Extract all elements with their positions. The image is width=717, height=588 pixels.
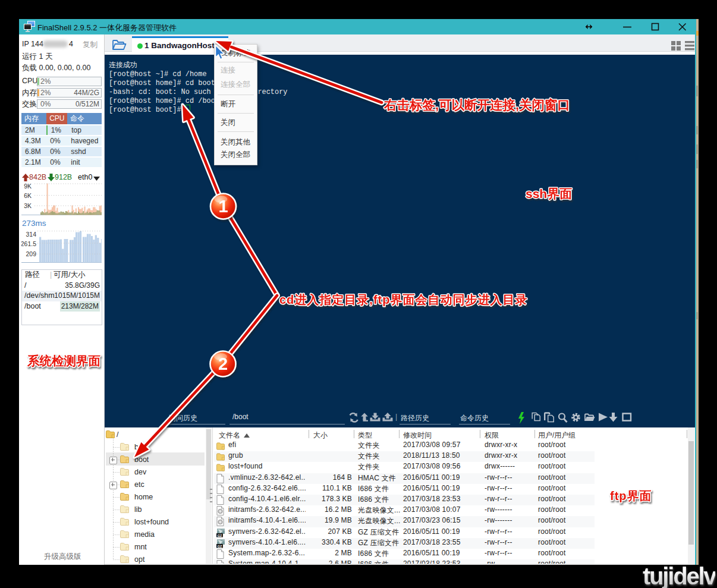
svg-text:6K: 6K (24, 192, 32, 199)
svg-text:209: 209 (26, 250, 36, 257)
svg-text:261.5: 261.5 (21, 240, 36, 247)
svg-text:314: 314 (26, 231, 36, 238)
svg-text:3K: 3K (24, 202, 32, 209)
svg-text:GZ: GZ (218, 544, 222, 548)
svg-text:9K: 9K (24, 183, 32, 190)
svg-text:GZ: GZ (218, 533, 222, 537)
